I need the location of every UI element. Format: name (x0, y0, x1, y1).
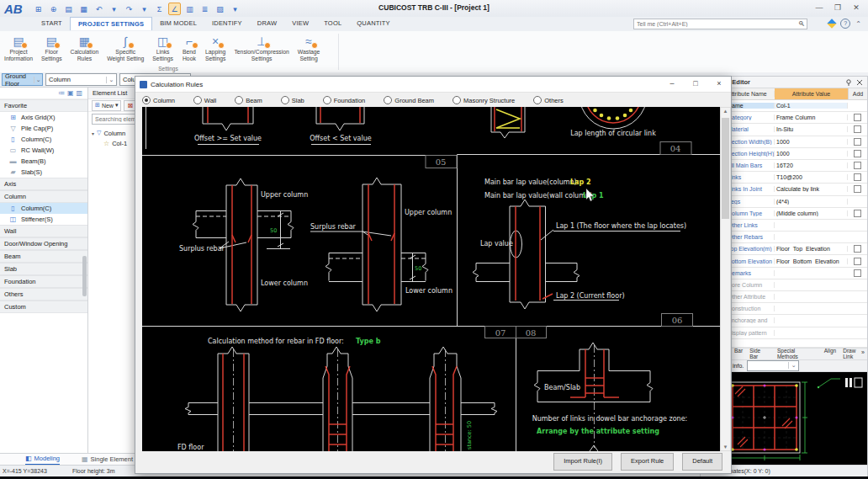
nav-section-wall[interactable]: Wall (0, 225, 87, 237)
add-checkbox[interactable] (854, 162, 861, 169)
ribbon-button-icon: ▤ (11, 34, 26, 49)
collapse-ribbon-icon[interactable]: ⌃ (855, 20, 861, 28)
nav-section-column[interactable]: Column (0, 190, 87, 203)
nav-section-beam[interactable]: Beam (0, 250, 87, 263)
ribbon-bend-hook[interactable]: ⌐ Bend Hook (177, 31, 201, 62)
ribbon-lapping-settings[interactable]: × Lapping Settings (201, 31, 230, 62)
ribbon-wastage-setting[interactable]: ≈ Wastage Setting (294, 31, 325, 62)
nav-section-custom[interactable]: Custom (0, 301, 87, 313)
nav-section-favorite[interactable]: Favorite (0, 99, 87, 112)
nav-section-foundation[interactable]: Foundation (0, 275, 87, 288)
collapse-view-icon[interactable]: ▥ (76, 89, 82, 97)
sub-toolbar-more-icon[interactable]: » (861, 349, 865, 355)
ribbon-calculation-rules[interactable]: ▦ Calculation Rules (66, 31, 103, 62)
radio-wall[interactable]: Wall (193, 96, 216, 104)
nav-section-door-window-opening[interactable]: Door/Window Opening (0, 237, 87, 250)
tellme-input[interactable] (634, 21, 798, 27)
dialog-title-bar[interactable]: Calculation Rules –□× (135, 77, 731, 93)
window-close-button[interactable]: ✕ (848, 2, 865, 13)
add-checkbox[interactable] (854, 173, 861, 181)
add-checkbox[interactable] (854, 185, 861, 193)
close-icon[interactable] (856, 79, 863, 86)
dialog-close-button[interactable]: × (707, 77, 731, 92)
nav-item-slab[interactable]: ▰ Slab(S) (0, 167, 87, 178)
subtab-special-methods[interactable]: Special Methods (777, 348, 818, 359)
pin-icon[interactable] (845, 79, 852, 86)
circular-link-label: Lap length of circular link (570, 130, 656, 137)
dowel-links-note: Number of links in dowel bar anchorage z… (532, 415, 688, 423)
tab-quantity[interactable]: QUANTITY (349, 17, 398, 30)
import-rule-button[interactable]: Import Rule(I) (553, 453, 612, 471)
add-checkbox[interactable] (854, 138, 861, 146)
tab-bim-model[interactable]: BIM MODEL (152, 17, 204, 30)
modeling-icon: ◧ (25, 455, 32, 462)
add-checkbox[interactable] (854, 210, 861, 217)
nav-item-rc-wall[interactable]: ▭ RC Wall(W) (0, 145, 87, 156)
subtab-side-bar[interactable]: Side Bar (749, 348, 770, 359)
tree-expand-icon[interactable]: ▾ (92, 130, 94, 136)
radio-others[interactable]: Others (533, 96, 564, 104)
radio-ground-beam[interactable]: Ground Beam (384, 96, 434, 104)
radio-column[interactable]: Column (142, 96, 175, 104)
element-type-icon: ⊞ (8, 114, 19, 121)
tab-tool[interactable]: TOOL (316, 17, 349, 30)
radio-slab[interactable]: Slab (281, 96, 304, 104)
export-rule-button[interactable]: Export Rule (621, 453, 674, 471)
nav-scrollbar-thumb[interactable] (82, 256, 87, 296)
tab-identify[interactable]: IDENTIFY (204, 17, 250, 30)
scrollbar-thumb[interactable] (722, 118, 729, 219)
canvas-scrollbar[interactable]: ▲ ▼ (720, 107, 731, 451)
add-checkbox[interactable] (854, 125, 861, 133)
rules-diagram-canvas[interactable]: 05 04 06 07 08 Offset >= Set val (142, 107, 720, 451)
help-icon[interactable]: ? (840, 19, 850, 29)
nav-item-axis-grid[interactable]: ⊞ Axis Grid(X) (0, 112, 87, 123)
element-type-select[interactable]: Column⌄ (45, 73, 117, 86)
radio-foundation[interactable]: Foundation (323, 96, 366, 104)
subtab-align[interactable]: Align (824, 348, 836, 359)
ribbon-button-icon: × (208, 34, 223, 49)
window-restore-button[interactable]: ❐ (829, 2, 846, 13)
dialog-maximize-button[interactable]: □ (684, 77, 707, 92)
main-bar-lap-wall-label: Main bar lap value(wall column): (484, 192, 595, 200)
tab-project-settings[interactable]: PROJECT SETTINGS (70, 17, 152, 30)
ribbon-project-information[interactable]: ▤ Project Information (0, 31, 37, 62)
dialog-minimize-button[interactable]: – (660, 77, 684, 92)
tab-start[interactable]: START (34, 17, 70, 30)
add-checkbox[interactable] (854, 269, 861, 277)
tab-single-element[interactable]: ▦Single Element (82, 454, 133, 465)
window-minimize-button[interactable]: — (811, 2, 828, 13)
nav-item-beam[interactable]: ▬ Beam(B) (0, 156, 87, 167)
boxed-view-icon[interactable]: ▣ (67, 89, 74, 97)
add-checkbox[interactable] (854, 150, 861, 157)
ribbon-floor-settings[interactable]: ▤ Floor Settings (37, 31, 66, 62)
nav-item-column[interactable]: ▯ Column(C) (0, 203, 87, 214)
feedback-icon[interactable] (828, 19, 837, 28)
radio-circle-icon (323, 96, 331, 104)
scroll-up-icon[interactable]: ▲ (721, 109, 730, 114)
tab-draw[interactable]: DRAW (250, 17, 284, 30)
radio-beam[interactable]: Beam (235, 96, 262, 104)
radio-masonry-structure[interactable]: Masonry Structure (453, 96, 515, 104)
list-view-icon[interactable]: ≔ (58, 89, 65, 97)
nav-section-slab[interactable]: Slab (0, 263, 87, 275)
new-element-button[interactable]: ⊞New▾ (92, 100, 121, 111)
lap-value-label: Lap value (480, 240, 513, 247)
ribbon-specific-weight-setting[interactable]: ∫ Specific Weight Setting (103, 31, 148, 62)
default-button[interactable]: Default (682, 453, 722, 471)
ribbon-links-settings[interactable]: ◫ Links Settings (148, 31, 177, 62)
nav-item-pile-cap[interactable]: ▽ Pile Cap(P) (0, 123, 87, 134)
ribbon-tension-compression-settings[interactable]: ⊥ Tension/Compression Settings (230, 31, 293, 62)
nav-item-column-favorite[interactable]: ▯ Column(C) (0, 134, 87, 145)
nav-section-axis[interactable]: Axis (0, 178, 87, 190)
floor-select[interactable]: Ground Floor⌄ (2, 73, 43, 86)
nav-item-stiffener[interactable]: ◫ Stiffener(S) (0, 214, 87, 225)
info-select[interactable]: ⌄ (747, 360, 799, 371)
tab-view[interactable]: VIEW (284, 17, 316, 30)
tab-modeling[interactable]: ◧Modeling (25, 453, 60, 466)
add-checkbox[interactable] (854, 114, 861, 121)
add-checkbox[interactable] (854, 245, 861, 253)
favorite-star-icon[interactable]: ☆ (103, 140, 109, 147)
add-checkbox[interactable] (854, 258, 861, 265)
subtab-bar[interactable]: Bar (734, 348, 743, 359)
nav-section-others[interactable]: Others (0, 288, 87, 301)
